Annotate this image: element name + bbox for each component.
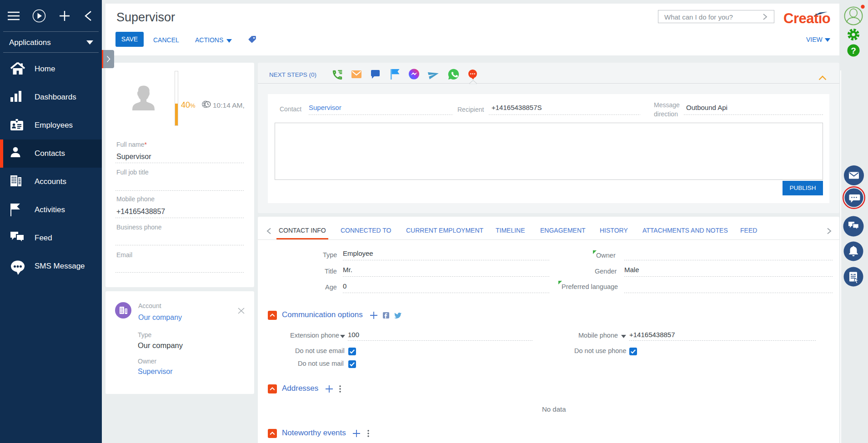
- svg-text:Creatio: Creatio: [783, 11, 830, 25]
- svg-text:?: ?: [851, 46, 856, 55]
